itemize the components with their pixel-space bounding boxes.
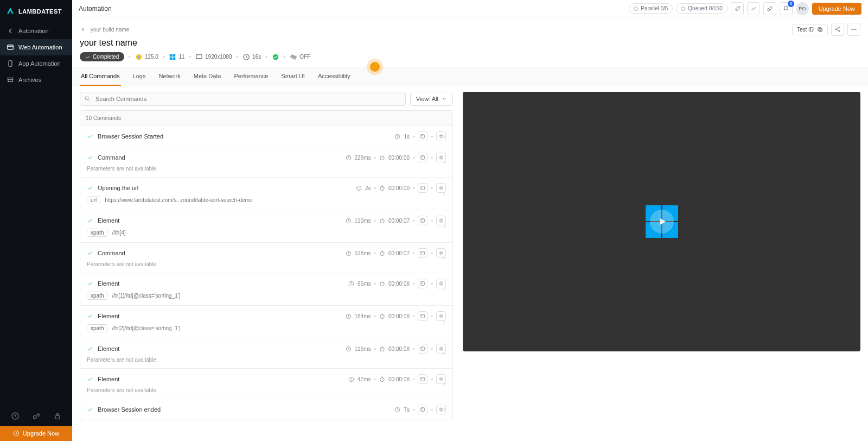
command-row[interactable]: Command229ms•00:00:00••Parameters are no… [80,147,452,178]
play-button[interactable] [650,210,674,234]
screenshot-button[interactable] [418,374,427,384]
test-id-button[interactable]: Test ID [792,24,828,35]
screenshot-button[interactable] [418,153,427,162]
chevron-right-icon [442,351,447,356]
command-duration: 184ms [355,313,371,319]
svg-point-15 [856,29,857,30]
command-name: Element [98,345,119,352]
back-icon[interactable] [80,26,86,33]
sidebar-item-web-automation[interactable]: Web Automation [0,39,72,55]
sidebar-item-automation[interactable]: Automation [0,23,72,39]
share-button[interactable] [831,23,844,36]
svg-point-65 [440,348,442,350]
graph-icon-button[interactable] [747,2,760,15]
svg-point-73 [422,408,423,410]
command-row[interactable]: Element184ms•00:00:08••xpath//tr[2]//td[… [80,306,452,338]
tab-all-commands[interactable]: All Commands [80,67,121,86]
parallel-pill[interactable]: Parallel 0/5 [629,3,673,14]
svg-rect-9 [818,27,821,30]
screenshot-button[interactable] [418,279,427,288]
queued-pill[interactable]: Queued 0/150 [676,3,727,14]
svg-point-67 [380,377,384,381]
search-wrapper [80,92,406,106]
brand-logo[interactable]: LAMBDATEST [0,0,72,23]
upgrade-button-top[interactable]: Upgrade Now [812,3,861,15]
check-icon [87,154,93,161]
svg-rect-43 [421,219,425,223]
command-subtitle: Parameters are not available [87,357,446,363]
tabs: All Commands Logs Network Meta Data Perf… [72,67,868,86]
command-row[interactable]: Browser Session ended7s•• [80,399,452,420]
screenshot-button[interactable] [418,131,427,141]
param-key: xpath [87,324,107,332]
svg-point-26 [85,97,88,100]
screenshot-button[interactable] [418,311,427,321]
svg-point-40 [440,187,442,189]
screenshot-button[interactable] [418,183,427,193]
command-name: Command [98,154,125,161]
svg-point-49 [422,252,423,253]
svg-point-64 [422,348,423,349]
check-icon [85,54,91,60]
testid-label: Test ID [797,27,814,33]
tab-performance[interactable]: Performance [233,67,269,86]
svg-rect-3 [8,79,12,82]
command-row[interactable]: Element116ms•00:00:08••Parameters are no… [80,338,452,369]
view-dropdown[interactable]: View: All [410,92,453,106]
screenshot-button[interactable] [418,248,427,258]
check-icon [87,345,93,352]
breadcrumb[interactable]: your build name [91,27,129,33]
screenshot-button[interactable] [418,216,427,225]
tab-smart-ui[interactable]: Smart UI [280,67,305,86]
play-icon [657,216,668,227]
command-row[interactable]: Element110ms•00:00:07••xpath//th[4] [80,210,452,243]
key-icon[interactable] [32,412,41,420]
help-icon[interactable] [11,412,20,420]
check-icon [87,376,93,382]
clock-icon [348,281,354,287]
lock-icon[interactable] [53,412,62,420]
chrome-icon [135,53,143,61]
command-row[interactable]: Element96ms•00:00:08••xpath//tr[1]//td[@… [80,273,452,306]
archive-icon [7,76,14,84]
tab-network[interactable]: Network [157,67,181,86]
video-player[interactable] [463,92,860,351]
command-duration: 229ms [355,155,371,161]
brand-name: LAMBDATEST [18,8,62,15]
command-timestamp: 00:00:00 [388,155,410,161]
attention-pulse-icon [370,62,380,72]
link-icon-button[interactable] [763,2,776,15]
more-button[interactable] [847,23,860,36]
tab-accessibility[interactable]: Accessibility [317,67,352,86]
sidebar-item-archives[interactable]: Archives [0,72,72,88]
screenshot-button[interactable] [418,405,427,414]
check-icon [87,133,93,140]
tab-meta-data[interactable]: Meta Data [193,67,222,86]
upgrade-button-sidebar[interactable]: Upgrade Now [0,426,72,441]
svg-point-54 [422,282,423,284]
chevron-right-icon [442,191,447,197]
avatar[interactable]: PO [796,2,809,15]
search-input[interactable] [80,92,406,106]
rocket-icon-button[interactable] [731,2,744,15]
param-value: //tr[1]//td[@class='sorting_1'] [112,293,180,299]
sidebar-item-app-automation[interactable]: App Automation [0,55,72,72]
chevron-right-icon [442,160,447,165]
command-row[interactable]: Command538ms•00:00:07••Parameters are no… [80,243,452,273]
command-duration: 1s [404,134,410,140]
bug-icon [438,313,444,319]
command-row[interactable]: Browser Session Started1s•• [80,126,452,147]
screenshot-button[interactable] [418,344,427,354]
image-icon [420,155,425,160]
tab-logs[interactable]: Logs [132,67,147,86]
chrome-chip: 125.0 [135,53,158,61]
topbar: Automation Parallel 0/5 Queued 0/150 3 P… [72,0,868,17]
clock-icon [394,134,400,140]
command-timestamp: 00:00:07 [388,218,410,224]
command-row[interactable]: Opening the url2s•00:00:00••urlhttps://w… [80,178,452,210]
svg-point-5 [33,415,36,418]
command-duration: 47ms [358,376,371,382]
command-duration: 110ms [355,218,371,224]
notification-icon-button[interactable]: 3 [780,2,793,15]
command-row[interactable]: Element47ms•00:00:08••Parameters are not… [80,369,452,399]
